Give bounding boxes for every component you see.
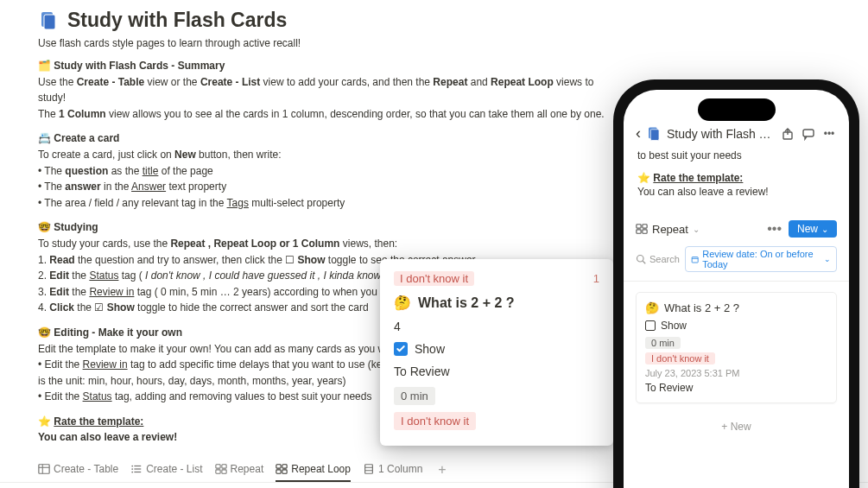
phone-title: Study with Flash Cards… [667, 127, 775, 141]
svg-point-30 [637, 256, 644, 263]
phone-more-icon[interactable]: ••• [767, 221, 782, 237]
share-icon[interactable] [780, 126, 795, 142]
phone-add-card[interactable]: + New [624, 414, 849, 440]
tab-create-table[interactable]: Create - Table [38, 458, 118, 482]
svg-line-31 [643, 261, 645, 263]
thinking-icon: 🤔 [394, 295, 411, 311]
svg-rect-15 [276, 465, 281, 468]
chevron-down-icon: ⌄ [693, 225, 700, 234]
svg-rect-27 [643, 225, 647, 228]
phone-filterbar: Search Review date: On or before Today ⌄ [624, 243, 849, 282]
popup-review: To Review [394, 364, 599, 378]
svg-rect-2 [39, 465, 49, 474]
svg-rect-17 [276, 470, 281, 473]
svg-point-8 [131, 466, 133, 467]
page-subtitle: Use flash cards style pages to learn thr… [38, 37, 605, 49]
popup-answer: 4 [394, 320, 599, 333]
svg-rect-1 [44, 15, 55, 29]
phone-search[interactable]: Search [636, 254, 680, 264]
phone-rate-link[interactable]: Rate the template: [653, 172, 743, 184]
svg-rect-16 [282, 465, 287, 468]
card-popup: I don't know it 1 🤔What is 2 + 2 ? 4 Sho… [380, 259, 613, 446]
chevron-down-icon: ⌄ [824, 255, 831, 263]
popup-count: 1 [593, 272, 599, 285]
svg-rect-32 [692, 257, 698, 262]
show-checkbox-checked[interactable] [394, 342, 408, 356]
svg-rect-11 [215, 465, 219, 468]
add-view-button[interactable]: + [434, 462, 449, 478]
tab-repeat[interactable]: Repeat [215, 458, 264, 482]
svg-point-10 [131, 472, 133, 473]
popup-tag[interactable]: I don't know it [394, 271, 474, 286]
svg-rect-25 [803, 130, 814, 136]
phone-card-date: July 23, 2023 5:31 PM [645, 368, 827, 378]
svg-rect-19 [365, 465, 373, 474]
phone-filter-chip[interactable]: Review date: On or before Today ⌄ [685, 246, 837, 272]
popup-title: 🤔What is 2 + 2 ? [394, 295, 599, 311]
svg-rect-18 [282, 470, 287, 473]
delay-tag[interactable]: 0 min [645, 337, 681, 349]
tab-repeat-loop[interactable]: Repeat Loop [276, 458, 351, 482]
tab-create-list[interactable]: Create - List [130, 458, 202, 482]
back-icon[interactable]: ‹ [636, 124, 641, 143]
page-icon [646, 126, 662, 142]
phone-view-selector[interactable]: Repeat ⌄ [636, 223, 700, 236]
summary-section: 🗂️ Study with Flash Cards - Summary Use … [38, 58, 605, 122]
svg-rect-13 [215, 470, 219, 473]
create-section: 📇 Create a card To create a card, just c… [38, 130, 605, 211]
svg-rect-26 [637, 225, 641, 228]
svg-rect-29 [643, 230, 647, 233]
show-checkbox[interactable] [645, 320, 656, 331]
phone-notch [698, 98, 776, 121]
popup-status-tag[interactable]: I don't know it [394, 412, 476, 430]
tab-one-column[interactable]: 1 Column [363, 458, 422, 482]
phone-mockup: ‹ Study with Flash Cards… ••• to best su… [613, 79, 859, 488]
popup-delay-tag[interactable]: 0 min [394, 387, 435, 405]
comments-icon[interactable] [801, 126, 816, 142]
more-icon[interactable]: ••• [821, 126, 837, 142]
page-icon [38, 10, 59, 31]
svg-rect-28 [637, 230, 641, 233]
phone-card[interactable]: 🤔What is 2 + 2 ? Show 0 min I don't know… [636, 292, 837, 403]
svg-rect-23 [650, 129, 659, 140]
phone-new-button[interactable]: New⌄ [789, 220, 837, 238]
phone-toolbar: Repeat ⌄ ••• New⌄ [624, 215, 849, 243]
svg-rect-14 [221, 470, 225, 473]
svg-rect-12 [221, 465, 225, 468]
svg-point-9 [131, 468, 133, 470]
status-tag[interactable]: I don't know it [645, 352, 715, 364]
page-title: Study with Flash Cards [67, 9, 287, 32]
rate-link[interactable]: Rate the template: [54, 415, 143, 428]
thinking-icon: 🤔 [645, 301, 659, 314]
